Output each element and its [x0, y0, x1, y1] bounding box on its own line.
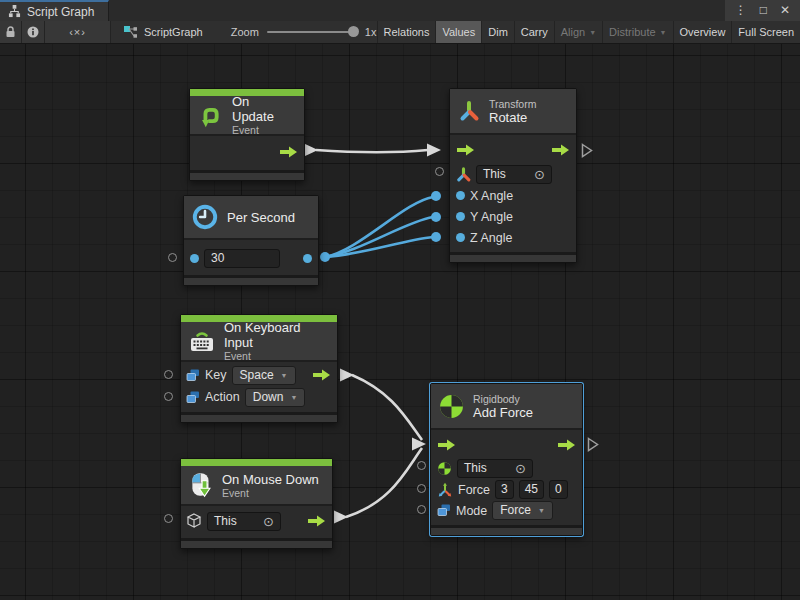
- force-y-field[interactable]: 45: [519, 480, 544, 499]
- relations-button[interactable]: Relations: [377, 21, 436, 43]
- input-port-circle[interactable]: [164, 392, 173, 401]
- overview-button[interactable]: Overview: [673, 21, 732, 43]
- lock-button[interactable]: [0, 21, 22, 43]
- tab-script-graph[interactable]: Script Graph: [0, 0, 109, 21]
- enum-boxes-icon: [186, 369, 200, 382]
- connections-overlay: [0, 44, 800, 600]
- value-output-port[interactable]: [303, 254, 312, 263]
- input-port-circle[interactable]: [435, 167, 444, 176]
- flow-output-port[interactable]: [307, 515, 326, 527]
- mode-dropdown[interactable]: Force ▼: [492, 501, 553, 520]
- graph-hierarchy-icon: [8, 5, 21, 18]
- connection-flow[interactable]: [346, 448, 422, 517]
- node-header[interactable]: On Keyboard Input Event: [181, 322, 337, 362]
- carry-button[interactable]: Carry: [514, 21, 554, 43]
- connection-value[interactable]: [325, 237, 433, 257]
- node-header[interactable]: On Mouse Down Event: [181, 466, 332, 506]
- connection-start-arrow[interactable]: [340, 369, 354, 382]
- align-button[interactable]: Align▼: [554, 21, 602, 43]
- node-on-mouse-down[interactable]: On Mouse Down Event This ⊙: [180, 458, 333, 549]
- node-header[interactable]: Rigidbody Add Force: [431, 384, 582, 430]
- distribute-button[interactable]: Distribute▼: [602, 21, 672, 43]
- node-footer: [431, 525, 582, 535]
- node-rotate[interactable]: Transform Rotate: [449, 88, 577, 263]
- flow-continuation-triangle[interactable]: [581, 143, 593, 158]
- force-z-field[interactable]: 0: [549, 480, 568, 499]
- port-label: Mode: [456, 504, 487, 518]
- port-label: Action: [205, 390, 240, 404]
- input-port-circle[interactable]: [164, 370, 173, 379]
- input-port-circle[interactable]: [168, 253, 177, 262]
- zoom-label: Zoom: [231, 26, 259, 38]
- input-port-circle[interactable]: [417, 505, 426, 514]
- flow-output-port[interactable]: [279, 146, 298, 158]
- node-subtitle: Event: [232, 124, 294, 136]
- toolbar-buttons: Relations Values Dim Carry Align▼ Distri…: [377, 21, 800, 43]
- object-picker-icon[interactable]: ⊙: [534, 168, 545, 181]
- node-per-second[interactable]: Per Second 30: [183, 195, 319, 286]
- connection-start-dot: [320, 252, 330, 262]
- this-object-field[interactable]: This ⊙: [207, 512, 281, 531]
- connection-flow[interactable]: [316, 150, 428, 152]
- node-header[interactable]: Transform Rotate: [450, 89, 576, 135]
- node-on-update[interactable]: On Update Event: [189, 88, 305, 181]
- input-port-circle[interactable]: [164, 514, 173, 523]
- zoom-slider-handle[interactable]: [348, 26, 359, 37]
- object-picker-icon[interactable]: ⊙: [263, 515, 274, 528]
- code-icon: ‹×›: [69, 26, 86, 38]
- input-port-circle[interactable]: [417, 484, 426, 493]
- breadcrumb-graph-name: ScriptGraph: [144, 26, 203, 38]
- value-input-port[interactable]: [456, 212, 465, 221]
- flow-continuation-triangle[interactable]: [587, 437, 599, 452]
- fullscreen-button[interactable]: Full Screen: [731, 21, 800, 43]
- flow-input-port[interactable]: [437, 439, 456, 451]
- close-icon[interactable]: ✕: [780, 0, 790, 21]
- connection-start-arrow[interactable]: [304, 144, 318, 157]
- breadcrumb[interactable]: ScriptGraph: [111, 21, 211, 43]
- maximize-icon[interactable]: □: [760, 0, 767, 21]
- node-add-force[interactable]: Rigidbody Add Force: [430, 383, 583, 536]
- zoom-slider[interactable]: [267, 31, 357, 33]
- action-dropdown[interactable]: Down ▼: [245, 388, 306, 407]
- enum-boxes-icon: [186, 391, 200, 404]
- node-footer: [181, 412, 337, 422]
- rate-field[interactable]: 30: [204, 249, 280, 268]
- connection-end-arrow: [427, 144, 441, 157]
- connection-start-arrow[interactable]: [334, 511, 348, 524]
- info-button[interactable]: [22, 21, 45, 43]
- flow-output-port[interactable]: [557, 439, 576, 451]
- force-x-field[interactable]: 3: [495, 480, 514, 499]
- this-object-field[interactable]: This ⊙: [476, 165, 552, 184]
- mouse-icon: [188, 471, 214, 499]
- this-object-field[interactable]: This ⊙: [457, 459, 533, 478]
- object-picker-icon[interactable]: ⊙: [515, 462, 526, 475]
- node-footer: [190, 170, 304, 180]
- node-footer: [450, 252, 576, 262]
- keyboard-icon: [188, 328, 216, 354]
- value-input-port[interactable]: [190, 254, 199, 263]
- input-port-circle[interactable]: [417, 461, 426, 470]
- key-dropdown[interactable]: Space ▼: [232, 366, 296, 385]
- flow-output-port[interactable]: [312, 369, 331, 381]
- node-header[interactable]: On Update Event: [190, 96, 304, 136]
- flow-input-port[interactable]: [456, 144, 475, 156]
- variables-button[interactable]: ‹×›: [45, 21, 111, 43]
- dim-button[interactable]: Dim: [481, 21, 514, 43]
- node-on-keyboard-input[interactable]: On Keyboard Input Event Key Space ▼: [180, 314, 338, 423]
- node-header[interactable]: Per Second: [184, 196, 318, 240]
- info-icon: [27, 26, 39, 38]
- port-label: Z Angle: [470, 231, 512, 245]
- gameobject-cube-icon: [186, 513, 202, 529]
- value-input-port[interactable]: [456, 191, 465, 200]
- values-button[interactable]: Values: [435, 21, 481, 43]
- node-subtitle: Event: [224, 350, 327, 362]
- graph-canvas[interactable]: On Update Event Tr: [0, 44, 800, 600]
- event-strip: [181, 459, 332, 466]
- menu-icon[interactable]: ⋮: [735, 0, 747, 21]
- flow-output-port[interactable]: [551, 144, 570, 156]
- value-input-port[interactable]: [456, 233, 465, 242]
- connection-flow[interactable]: [352, 375, 422, 440]
- tab-bar: Script Graph ⋮ □ ✕: [0, 0, 800, 21]
- zoom-value: 1x: [365, 26, 377, 38]
- lock-icon: [5, 26, 16, 38]
